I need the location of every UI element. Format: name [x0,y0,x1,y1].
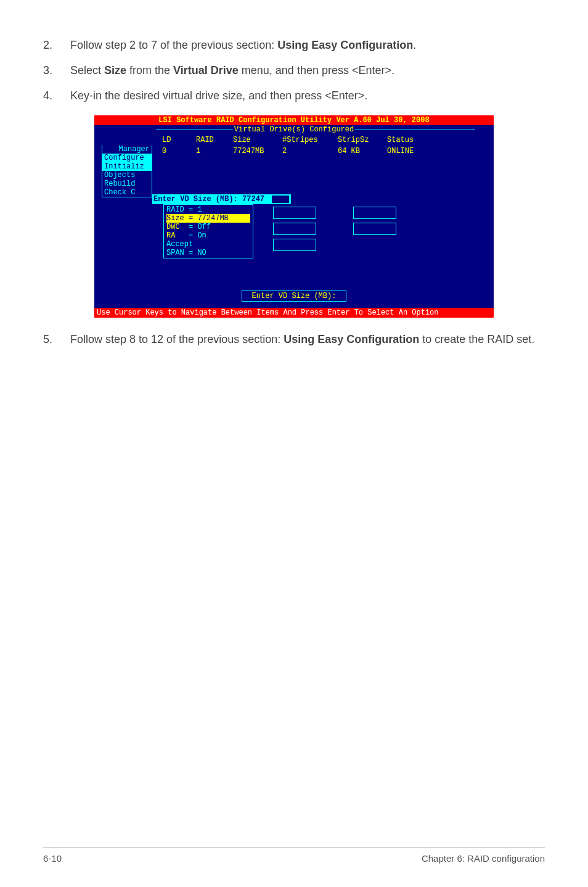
text-fragment: menu, and then press <Enter>. [239,64,394,76]
cfg-value: = On [175,231,206,240]
bios-help-footer: Use Cursor Keys to Navigate Between Item… [94,308,494,318]
enter-vd-size-input[interactable]: Enter VD Size (MB): 77247 [152,194,291,204]
step-3: 3. Select Size from the Virtual Drive me… [43,62,545,79]
bold-text: Using Easy Configuration [277,39,413,51]
input-text: Enter VD Size (MB): 77247 [153,195,264,204]
column-headers: LD RAID Size #Stripes StripSz Status [94,134,494,146]
chapter-label: Chapter 6: RAID configuration [422,853,545,864]
drive-bar [273,207,316,219]
cell-raid: 1 [196,147,233,155]
menu-item-check-consistency[interactable]: Check C [102,188,152,197]
col-raid: RAID [196,136,233,144]
vd-header-text: Virtual Drive(s) Configured [233,125,355,134]
data-row: 0 1 77247MB 2 64 KB ONLINE [94,146,494,157]
drive-bar [353,207,396,219]
col-status: Status [387,136,436,144]
enter-vd-size-label: Enter VD Size (MB): [242,291,346,302]
drive-bar [273,223,316,235]
step-text: Follow step 2 to 7 of the previous secti… [70,37,545,54]
cfg-ra[interactable]: RA = On [166,231,250,240]
bold-text: Size [104,64,126,76]
step-num: 5. [43,331,70,348]
step-2: 2. Follow step 2 to 7 of the previous se… [43,37,545,54]
cfg-key: DWC [166,223,180,231]
text-fragment: Follow step 8 to 12 of the previous sect… [70,333,284,345]
cfg-key: RA [166,231,175,240]
page-footer: 6-10 Chapter 6: RAID configuration [43,848,545,864]
text-fragment: Select [70,64,104,76]
drive-bars [273,207,396,255]
cfg-value: SPAN = NO [166,249,206,257]
step-num: 4. [43,88,70,104]
menu-item-initialize[interactable]: Initializ [102,162,152,171]
text-fragment: from the [126,64,173,76]
cell-size: 77247MB [233,147,282,155]
text-cursor [272,196,289,203]
drive-bar [353,223,396,235]
col-ld: LD [162,136,196,144]
cfg-value: Size = 77247MB [166,214,229,223]
bold-text: Virtual Drive [173,64,239,76]
bold-text: Using Easy Configuration [284,333,419,345]
cell-stripsz: 64 KB [338,147,387,155]
cfg-accept[interactable]: Accept [166,240,250,249]
menu-item-rebuild[interactable]: Rebuild [102,179,152,188]
cell-status: ONLINE [387,147,436,155]
text-fragment: to create the RAID set. [419,333,534,345]
text-fragment: Follow step 2 to 7 of the previous secti… [70,39,277,51]
col-stripes: #Stripes [282,136,338,144]
cfg-value: RAID = 1 [166,205,202,214]
cfg-dwc[interactable]: DWC = Off [166,223,250,231]
cfg-size[interactable]: Size = 77247MB [166,214,250,223]
cfg-value: Accept [166,240,193,249]
cfg-raid[interactable]: RAID = 1 [166,205,250,214]
step-num: 2. [43,37,70,54]
step-text: Select Size from the Virtual Drive menu,… [70,62,545,79]
bios-screenshot: LSI Software RAID Configuration Utility … [94,115,494,318]
cfg-span[interactable]: SPAN = NO [166,249,250,257]
col-stripsz: StripSz [338,136,387,144]
step-5: 5. Follow step 8 to 12 of the previous s… [43,331,545,348]
drive-bar [273,239,316,251]
text-fragment: . [413,39,416,51]
vd-configured-header: Virtual Drive(s) Configured [94,125,494,134]
step-text: Key-in the desired virtual drive size, a… [70,88,545,104]
cell-ld: 0 [162,147,196,155]
cell-stripes: 2 [282,147,338,155]
menu-item-configure[interactable]: Configure [102,154,152,162]
management-menu: Manager Configure Initializ Objects Rebu… [102,145,152,197]
vd-config-box: RAID = 1 Size = 77247MB DWC = Off RA = O… [163,204,253,258]
col-size: Size [233,136,282,144]
step-num: 3. [43,62,70,79]
bios-title: LSI Software RAID Configuration Utility … [94,115,494,125]
menu-item-objects[interactable]: Objects [102,171,152,179]
menu-item-manager[interactable]: Manager [102,145,152,154]
step-4: 4. Key-in the desired virtual drive size… [43,88,545,104]
cfg-value: = Off [180,223,211,231]
step-text: Follow step 8 to 12 of the previous sect… [70,331,545,348]
page-number: 6-10 [43,853,62,864]
